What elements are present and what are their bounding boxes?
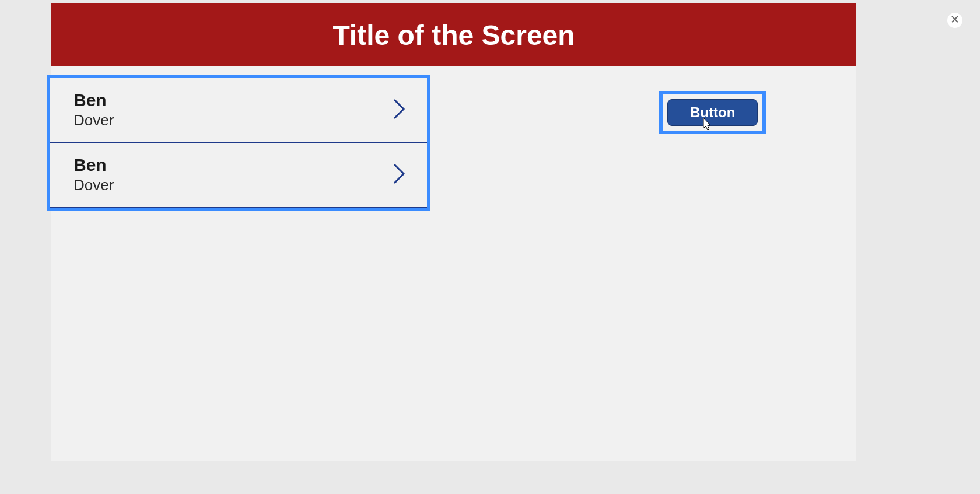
modal-header: Title of the Screen	[51, 3, 856, 66]
list-item-subtitle: Dover	[74, 176, 114, 195]
list-item-text: Ben Dover	[74, 90, 114, 131]
list-item-title: Ben	[74, 155, 114, 176]
button-highlight: Button	[659, 91, 766, 134]
list-item-subtitle: Dover	[74, 111, 114, 131]
modal-dialog: Title of the Screen Ben Dover Ben Dover	[51, 3, 856, 461]
list-item[interactable]: Ben Dover	[50, 78, 427, 143]
people-list: Ben Dover Ben Dover	[47, 75, 430, 211]
list-item[interactable]: Ben Dover	[50, 143, 427, 208]
list-item-title: Ben	[74, 90, 114, 111]
close-button[interactable]	[947, 13, 963, 28]
page-title: Title of the Screen	[332, 19, 575, 51]
chevron-right-icon	[392, 162, 406, 188]
list-item-text: Ben Dover	[74, 155, 114, 195]
close-icon	[951, 15, 959, 26]
action-button[interactable]: Button	[667, 99, 758, 126]
modal-content: Ben Dover Ben Dover	[51, 66, 856, 75]
chevron-right-icon	[392, 97, 406, 123]
